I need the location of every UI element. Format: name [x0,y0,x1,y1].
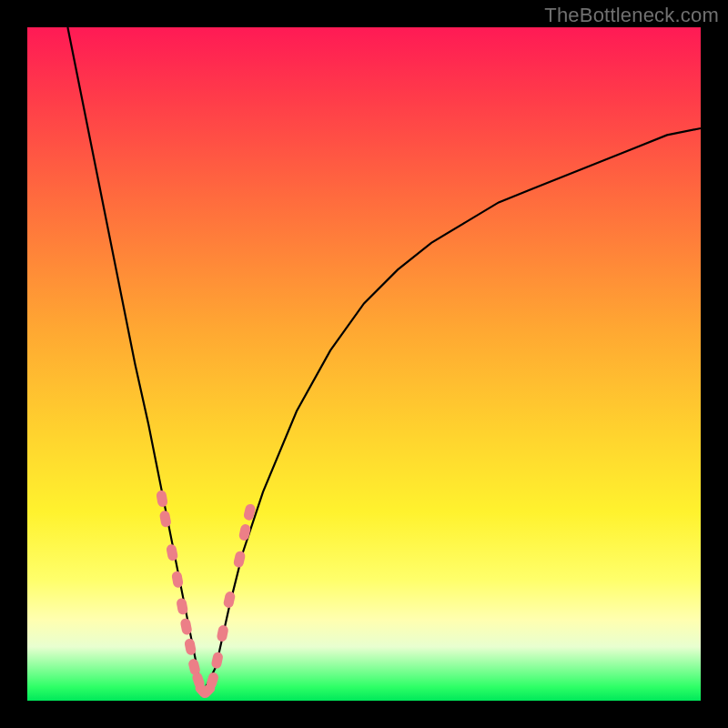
marker-group [156,490,257,700]
curve-marker [238,523,252,541]
curve-marker [216,624,228,642]
curve-marker [210,652,224,670]
curve-marker [233,551,247,569]
outer-frame: TheBottleneck.com [0,0,728,728]
curve-marker [156,490,168,508]
chart-svg [27,27,701,701]
curve-marker [223,591,237,609]
plot-area [27,27,701,701]
curve-marker [166,543,178,561]
curve-marker [159,510,172,528]
curve-marker [171,571,184,589]
watermark-text: TheBottleneck.com [544,4,719,27]
bottleneck-curve [67,27,701,694]
